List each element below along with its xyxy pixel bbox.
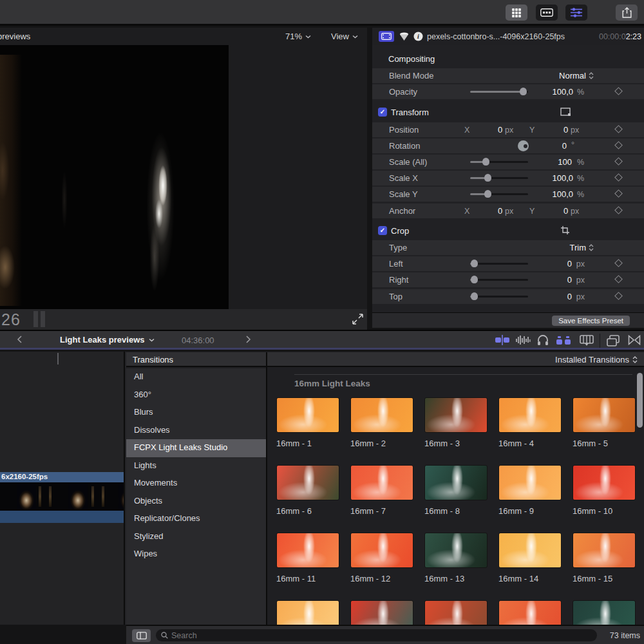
viewer-zoom-menu[interactable]: 71% (285, 32, 311, 41)
sidebar-category[interactable]: Wipes (126, 545, 266, 564)
transform-checkbox[interactable]: ✓ (378, 108, 387, 117)
solo-toggle[interactable] (537, 335, 549, 346)
transition-thumbnail[interactable] (498, 533, 562, 568)
transform-onscreen-icon[interactable] (560, 108, 571, 116)
scale-all-slider[interactable] (470, 161, 528, 163)
position-x-value[interactable]: 0 (498, 125, 502, 135)
viewer-view-menu[interactable]: View (331, 32, 358, 41)
scale-x-slider[interactable] (470, 177, 528, 179)
keyframe-diamond-icon[interactable] (614, 173, 623, 182)
sidebar-category[interactable]: All (126, 368, 266, 386)
project-menu[interactable]: Light Leaks previews (60, 335, 155, 345)
timeline-clip-audio[interactable] (0, 511, 125, 523)
sidebar-category[interactable]: 360° (126, 386, 266, 404)
sidebar-category[interactable]: FCPX Light Leaks Studio (126, 439, 266, 457)
popup-chevrons-icon (632, 356, 638, 363)
keyframe-diamond-icon[interactable] (614, 275, 623, 283)
playhead[interactable] (57, 353, 59, 365)
sidebar-category[interactable]: Objects (126, 493, 266, 511)
audio-skimming-toggle[interactable] (515, 335, 531, 345)
viewer-canvas (0, 45, 367, 316)
rotation-dial[interactable] (518, 140, 529, 151)
keyframe-diamond-icon[interactable] (614, 125, 623, 133)
video-frame (0, 45, 229, 316)
search-field[interactable] (156, 629, 597, 641)
sidebar-category[interactable]: Lights (126, 457, 266, 475)
transitions-browser-button[interactable] (628, 335, 641, 345)
sidebar-category[interactable]: Dissolves (126, 422, 266, 440)
expand-arrows-icon (352, 313, 364, 325)
opacity-slider[interactable] (470, 91, 528, 93)
transition-thumbnail[interactable] (276, 600, 339, 625)
sidebar-toggle-button[interactable] (132, 629, 151, 642)
transition-thumbnail[interactable] (424, 533, 488, 568)
sidebar-category[interactable]: Replicator/Clones (126, 510, 266, 528)
effects-browser-button[interactable] (607, 335, 620, 346)
scale-y-slider[interactable] (470, 193, 528, 195)
share-button[interactable] (616, 5, 638, 21)
transition-thumbnail[interactable] (276, 533, 339, 568)
transition-label: 16mm - 14 (498, 574, 562, 583)
sidebar-category[interactable]: Stylized (126, 528, 266, 546)
anchor-x-value[interactable]: 0 (498, 206, 502, 216)
transition-thumbnail[interactable] (350, 397, 413, 433)
transition-thumbnail[interactable] (424, 397, 488, 433)
transition-thumbnail[interactable] (498, 397, 562, 433)
next-project-button[interactable] (246, 336, 251, 343)
grid-scrollbar[interactable] (637, 373, 643, 428)
transition-thumbnail[interactable] (276, 465, 339, 500)
info-inspector-tab[interactable]: i (413, 32, 423, 41)
color-inspector-tab[interactable] (399, 32, 409, 41)
transition-label: 16mm - 8 (424, 506, 488, 516)
timeline-clip-title[interactable]: 6x2160-25fps (0, 472, 125, 482)
timeline-pane[interactable]: 6x2160-25fps (0, 352, 125, 625)
keyframe-diamond-icon[interactable] (614, 157, 623, 166)
video-inspector-tab[interactable] (379, 31, 394, 42)
transition-thumbnail[interactable] (276, 397, 339, 433)
inspector-footer: Save Effects Preset (372, 312, 644, 328)
clip-title: pexels-cottonbro-s...-4096x2160-25fps (427, 32, 565, 41)
crop-type-popup[interactable]: Trim (569, 243, 594, 252)
crop-top-slider[interactable] (470, 296, 528, 298)
installed-transitions-popup[interactable]: Installed Transitions (555, 355, 638, 365)
transition-thumbnail[interactable] (350, 465, 413, 500)
transition-thumbnail[interactable] (424, 600, 488, 625)
save-effects-preset-button[interactable]: Save Effects Preset (552, 316, 630, 326)
anchor-y-value[interactable]: 0 (564, 206, 568, 216)
skimming-toggle[interactable] (495, 335, 510, 345)
transition-thumbnail[interactable] (498, 600, 562, 625)
crop-checkbox[interactable]: ✓ (378, 226, 387, 235)
previous-project-button[interactable] (17, 336, 22, 343)
snapping-toggle[interactable] (555, 335, 572, 345)
browser-grid-button[interactable] (506, 5, 527, 21)
search-input[interactable] (171, 631, 558, 640)
position-y-value[interactable]: 0 (564, 125, 568, 135)
keyframe-diamond-icon[interactable] (614, 292, 623, 300)
keyframe-diamond-icon[interactable] (614, 87, 623, 95)
keyframe-diamond-icon[interactable] (614, 189, 623, 198)
keyframe-diamond-icon[interactable] (614, 259, 623, 267)
sidebar-category[interactable]: Blurs (126, 404, 266, 422)
keyframe-diamond-icon[interactable] (614, 206, 623, 214)
crop-right-slider[interactable] (470, 279, 528, 281)
blend-mode-popup[interactable]: Normal (559, 71, 594, 80)
sidebar-category[interactable]: Movements (126, 475, 266, 493)
expand-viewer-button[interactable] (352, 313, 364, 325)
transition-thumbnail[interactable] (573, 600, 636, 625)
transition-thumbnail[interactable] (350, 533, 413, 568)
transition-thumbnail[interactable] (424, 465, 488, 500)
transition-thumbnail[interactable] (573, 533, 636, 568)
timeline-index-button[interactable] (536, 5, 558, 21)
transition-thumbnail[interactable] (573, 397, 636, 433)
popup-chevrons-icon (589, 244, 594, 251)
crop-left-slider[interactable] (470, 263, 528, 265)
crop-onscreen-icon[interactable] (560, 225, 570, 235)
transition-label: 16mm - 12 (350, 574, 413, 583)
transition-thumbnail[interactable] (498, 465, 562, 500)
timeline-clip-filmstrip[interactable] (0, 482, 125, 511)
inspector-button[interactable] (565, 5, 587, 21)
keyframe-diamond-icon[interactable] (614, 141, 623, 149)
clip-appearance-button[interactable] (580, 335, 594, 346)
transition-thumbnail[interactable] (350, 600, 413, 625)
transition-thumbnail[interactable] (573, 465, 636, 500)
